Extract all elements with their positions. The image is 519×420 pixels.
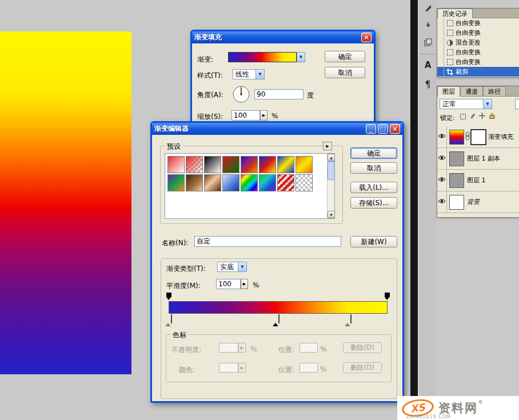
angle-dial[interactable] (232, 85, 250, 105)
gradient-edit-bar[interactable] (169, 301, 388, 314)
gradient-fill-thumbnail[interactable] (449, 130, 464, 145)
layer-thumbnail[interactable] (449, 195, 464, 210)
scale-slider-arrow[interactable]: ▶ (260, 110, 268, 121)
gradient-preset[interactable] (259, 156, 276, 173)
pen-tool-button[interactable] (420, 18, 436, 34)
gradient-preset[interactable] (296, 174, 313, 191)
history-source-well[interactable] (437, 47, 444, 57)
visibility-toggle[interactable] (437, 191, 447, 213)
blend-mode-select[interactable]: 正常 ▼ (440, 99, 492, 109)
lock-pixels-button[interactable] (469, 113, 476, 120)
close-icon[interactable]: × (390, 124, 400, 134)
history-item[interactable]: 混合更改 (437, 38, 519, 47)
history-source-well[interactable] (437, 57, 444, 67)
name-input[interactable] (194, 236, 341, 247)
color-swatch-field[interactable] (219, 363, 238, 373)
gradient-preset[interactable] (222, 174, 239, 191)
cancel-button[interactable]: 取消 (350, 162, 397, 174)
layer-row[interactable]: 图层 1 副本 (437, 148, 519, 170)
history-source-well[interactable] (437, 18, 444, 28)
minimize-icon[interactable]: _ (366, 124, 376, 134)
ok-button[interactable]: 确定 (350, 147, 397, 159)
history-source-well[interactable] (437, 67, 444, 77)
close-icon[interactable]: × (361, 33, 372, 42)
opacity-stop-left[interactable] (166, 293, 172, 301)
gradient-preset[interactable] (277, 174, 294, 191)
smoothness-input[interactable] (216, 279, 241, 289)
lock-all-button[interactable] (488, 113, 496, 120)
paragraph-tool-button[interactable]: ¶ (420, 77, 436, 92)
gradient-picker-arrow[interactable]: ▼ (297, 52, 305, 62)
type-tool-button[interactable]: A (420, 57, 436, 73)
layer-row[interactable]: 图层 1 (437, 170, 519, 191)
delete-opacity-button[interactable]: 删除(D) (343, 342, 382, 353)
gradient-preset[interactable] (204, 174, 221, 191)
history-item-active[interactable]: 裁剪 (437, 67, 519, 77)
angle-input[interactable] (254, 89, 304, 99)
tab-history[interactable]: 历史记录 (437, 9, 473, 18)
visibility-toggle[interactable] (437, 126, 447, 147)
maximize-icon[interactable]: □ (378, 124, 388, 134)
gradient-type-select[interactable]: 实底 ▼ (217, 262, 247, 272)
path-select-tool-button[interactable] (420, 35, 436, 51)
tab-paths[interactable]: 路径 (483, 86, 506, 97)
lock-transparency-button[interactable] (459, 113, 466, 120)
opacity-stop-right[interactable] (384, 293, 390, 301)
gradient-fill-titlebar[interactable]: 渐变填充 × (192, 31, 374, 43)
history-item[interactable]: 自由变换 (437, 18, 519, 28)
scroll-up-icon[interactable]: ▲ (328, 154, 335, 161)
layer-thumbnail[interactable] (449, 173, 464, 188)
gradient-preset[interactable] (259, 174, 276, 191)
delete-color-button[interactable]: 删除(D) (343, 362, 382, 373)
document-canvas[interactable] (0, 31, 131, 374)
layer-row-gradient-fill[interactable]: 渐变填充 (437, 126, 519, 148)
presets-scrollbar[interactable]: ▲ ▼ (327, 154, 334, 218)
gradient-preset[interactable] (241, 174, 258, 191)
history-item[interactable]: 自由变换 (437, 47, 519, 57)
color-stop-blue[interactable] (165, 315, 171, 324)
history-item[interactable]: 自由变换 (437, 57, 519, 67)
cancel-button[interactable]: 取消 (325, 67, 365, 78)
color-picker-arrow[interactable]: ▶ (238, 363, 246, 373)
gradient-preset[interactable] (204, 156, 221, 173)
layer-thumbnail[interactable] (449, 151, 464, 166)
slice-tool-button[interactable] (420, 1, 436, 17)
opacity-slider-arrow[interactable]: ▶ (238, 343, 246, 353)
gradient-preset[interactable] (167, 156, 185, 173)
scale-input[interactable] (231, 110, 260, 121)
save-button[interactable]: 存储(S)... (350, 197, 397, 209)
history-source-well[interactable] (437, 28, 444, 38)
tab-channels[interactable]: 通道 (460, 86, 483, 97)
gradient-preset[interactable] (167, 174, 185, 191)
gradient-preset[interactable] (296, 156, 313, 173)
style-select[interactable]: 线性 ▼ (233, 69, 265, 79)
new-button[interactable]: 新建(W) (350, 236, 397, 247)
mask-link-icon[interactable] (465, 131, 470, 142)
visibility-toggle[interactable] (437, 148, 447, 169)
load-button[interactable]: 载入(L)... (350, 182, 397, 193)
ok-button[interactable]: 确定 (325, 51, 365, 62)
gradient-preset[interactable] (186, 174, 203, 191)
gradient-editor-titlebar[interactable]: 渐变编辑器 _ □ × (152, 123, 402, 135)
gradient-preview-swatch[interactable] (228, 52, 297, 62)
gradient-preset[interactable] (241, 156, 258, 173)
scroll-down-icon[interactable]: ▼ (328, 211, 335, 218)
visibility-toggle[interactable] (437, 170, 447, 191)
tab-layers[interactable]: 图层 (437, 86, 460, 97)
gradient-preset[interactable] (277, 156, 294, 173)
layer-mask-thumbnail[interactable] (471, 130, 486, 145)
smoothness-slider-arrow[interactable]: ▶ (241, 279, 248, 289)
gradient-preset[interactable] (186, 156, 203, 173)
presets-menu-button[interactable]: ▶ (323, 142, 332, 150)
color-stop-yellow[interactable] (345, 315, 351, 324)
gradient-preset[interactable] (222, 156, 239, 173)
layer-row-background[interactable]: 背景 (437, 191, 519, 213)
history-item[interactable]: 自由变换 (437, 28, 519, 38)
position-input[interactable] (300, 363, 318, 373)
opacity-field-partial[interactable] (515, 99, 519, 109)
color-stop-red-selected[interactable] (273, 315, 279, 324)
position-input[interactable] (300, 343, 318, 353)
history-source-well[interactable] (437, 38, 444, 47)
opacity-input[interactable] (219, 343, 238, 353)
lock-position-button[interactable] (478, 113, 486, 120)
